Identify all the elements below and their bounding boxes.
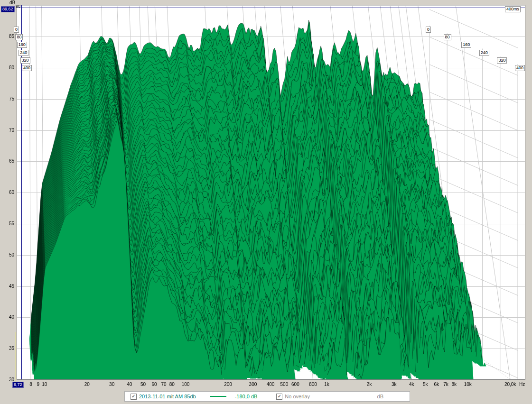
legend-db-label: dB: [377, 394, 383, 399]
overlay-label: No overlay: [285, 394, 310, 399]
series-checkbox[interactable]: ✓: [131, 394, 137, 400]
overlay-checkbox[interactable]: ✓: [276, 394, 282, 400]
series-floor-value: -180,0 dB: [235, 394, 258, 399]
waterfall-plot-canvas[interactable]: [0, 0, 532, 404]
series-line-sample: [210, 396, 226, 397]
waterfall-window: dB 90 89,62 6,72 400ms Hz 85807570656055…: [0, 0, 532, 404]
legend-bar: ✓ 2013-11-01 mit AM 85db -180,0 dB ✓ No …: [124, 391, 410, 402]
series-label[interactable]: 2013-11-01 mit AM 85db: [139, 394, 196, 399]
